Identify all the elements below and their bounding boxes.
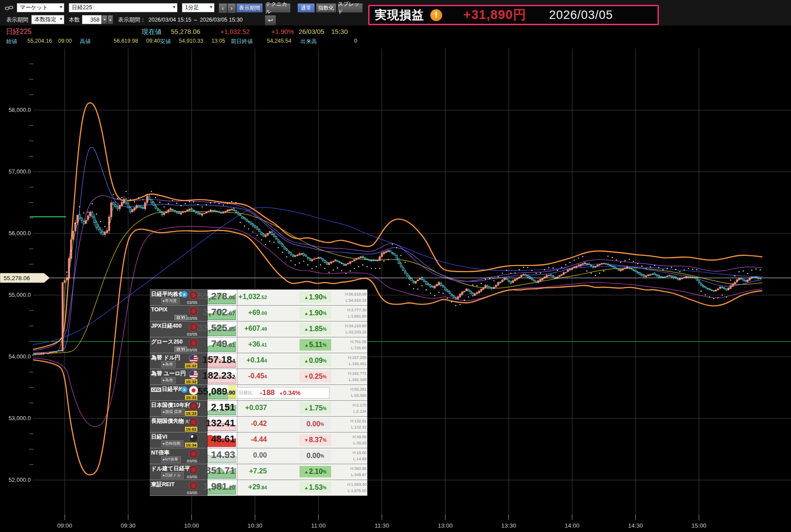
high-low-values: H:1,993.40L:1,975.00 xyxy=(333,481,366,494)
pnl-date: 2026/03/05 xyxy=(549,8,613,22)
count-stepper[interactable]: ▼▲ xyxy=(102,15,113,24)
y-axis-label: 58,000.0 xyxy=(8,107,31,113)
reset-period-button[interactable]: ↩ xyxy=(265,15,276,26)
high-low-values: H:55,281L:55,066 xyxy=(333,386,366,399)
quote-cell: 351.71+7.25▲2.10%H:360.98L:349.87 xyxy=(237,464,367,480)
quote-cell: 749.61+36.41▲5.11%H:761.05L:726.60 xyxy=(237,337,367,353)
warning-icon[interactable]: ! xyxy=(430,9,442,21)
quote-change-pct-badge: ▲1.85% xyxy=(299,323,331,335)
count-mode-select[interactable]: 本数指定▼ xyxy=(31,15,64,24)
quote-cell: 55,278.06+1,032.52▲1.90%H:56,619.98L:54,… xyxy=(237,290,367,305)
quote-change: -4.44 xyxy=(227,436,267,443)
open-value: 55,204.16 xyxy=(27,38,52,44)
step-up-icon: ▲ xyxy=(107,15,113,24)
quote-cell: 182.232-0.454▼0.25%H:182.772L:182.168 xyxy=(237,369,367,384)
candlestick-chart[interactable]: 52,000.053,000.054,000.055,000.056,000.0… xyxy=(0,0,791,532)
watch-row[interactable]: 為替 ドル円▸為替15:32157.184+0.144▲0.09%H:157.2… xyxy=(150,353,367,369)
period-label: 表示期間： xyxy=(118,16,146,24)
chevron-down-icon: ▼ xyxy=(172,5,176,9)
grid: 52,000.053,000.054,000.055,000.056,000.0… xyxy=(8,48,791,529)
count-input[interactable]: 358 xyxy=(82,15,102,24)
watch-row[interactable]: ドル建て日経平均▸日経ドル03/05351.71+7.25▲2.10%H:360… xyxy=(150,464,367,480)
watch-row[interactable]: 為替 ユーロ円▸為替15:32182.232-0.454▼0.25%H:182.… xyxy=(150,369,367,385)
watch-row[interactable]: 東証REIT03/051,981.20+29.84▲1.53%H:1,993.4… xyxy=(150,480,367,496)
x-axis-label: 13:30 xyxy=(501,522,516,529)
ma-green-line xyxy=(33,199,762,355)
quote-change-pct-badge: ▲2.10% xyxy=(299,466,331,477)
quote-price: 351.71 xyxy=(165,465,235,477)
period-value: 2026/03/04 15:15 ～ 2026/03/05 15:30 xyxy=(148,16,243,24)
quote-change-pct-badge: ▲0.09% xyxy=(299,355,331,366)
bollinger-upper xyxy=(33,103,762,350)
spread-button[interactable]: スプレッド xyxy=(337,3,363,13)
normal-button[interactable]: 通常 xyxy=(297,3,315,13)
diff-label: 日経比: xyxy=(239,390,254,396)
market-select[interactable]: マーケット▼ xyxy=(17,3,64,12)
quote-change: -0.42 xyxy=(227,420,267,428)
step-down-icon: ▼ xyxy=(102,15,107,24)
watch-row[interactable]: CFD日経平均X15:3255,089.90日経比:-188▼0.34%H:55… xyxy=(150,385,367,401)
x-axis-label: 10:00 xyxy=(184,522,199,529)
watch-row[interactable]: TOPIX⊡ Y!03/053,702.67+69.00▲1.90%H:3,77… xyxy=(150,306,367,321)
display-period-button[interactable]: 表示期間 xyxy=(236,3,263,13)
open-time: 09:00 xyxy=(58,38,72,44)
low-time: 13:05 xyxy=(211,38,225,44)
quote-change: +69.00 xyxy=(227,309,267,317)
timeframe-select[interactable]: 1分足▼ xyxy=(182,3,214,12)
y-axis-label: 54,000.0 xyxy=(8,353,31,360)
trading-app: { "toolbar": { "market_select": "マーケット",… xyxy=(0,0,791,532)
quote-cell: 48.61-4.44▼8.37%H:49.09L:30.20 xyxy=(237,432,367,448)
high-low-values: H:761.05L:726.60 xyxy=(333,339,366,351)
quote-change-pct-badge: ▲1.90% xyxy=(299,307,331,319)
high-value: 56,619.98 xyxy=(114,38,138,44)
watch-row[interactable]: JPX日経40003/0533,525.85+607.49▲1.85%H:34,… xyxy=(150,321,367,337)
watch-row[interactable]: 日経VI▸恐怖指数15:3448.61-4.44▼8.37%H:49.09L:3… xyxy=(150,432,367,448)
low-value: 54,910.33 xyxy=(179,38,203,44)
high-low-values: H:15.00L:14.89 xyxy=(333,450,366,462)
x-axis-label: 14:30 xyxy=(628,522,643,529)
quote-price: 157.184 xyxy=(165,354,235,366)
quote-date: 26/03/05 xyxy=(299,28,324,35)
quote-change-pct-badge: ▲1.90% xyxy=(299,292,331,303)
count-value: 358 xyxy=(90,17,100,23)
market-select-value: マーケット xyxy=(20,4,48,11)
count-mode-value: 本数指定 xyxy=(34,16,56,23)
bollinger-lower xyxy=(33,229,762,475)
y-axis-label: 53,000.0 xyxy=(8,415,31,421)
price-change: +1,032.52 xyxy=(220,28,250,35)
quote-time: 15:30 xyxy=(331,28,348,35)
link-icon[interactable] xyxy=(4,4,14,12)
quote-change: 0.00 xyxy=(227,451,267,459)
high-low-values: H:56,619.98L:54,910.33 xyxy=(333,291,366,303)
current-price: 55,278.06 xyxy=(171,28,200,35)
watch-row[interactable]: 日本国債10年利回り▸国債 債券15:332.151+0.037▲1.75%H:… xyxy=(150,401,367,417)
x-axis-label: 11:30 xyxy=(375,522,389,529)
symbol-select[interactable]: 日経225▼ xyxy=(69,3,177,12)
x-axis-label: 13:00 xyxy=(438,522,453,529)
high-low-values: H:132.91L:132.32 xyxy=(333,418,366,430)
quote-price: 48.61 xyxy=(165,433,235,445)
technical-button[interactable]: テクニカル xyxy=(265,3,291,13)
quote-change: -0.454 xyxy=(227,372,267,380)
watch-row[interactable]: 日経平均株価▸寄与度X03/0555,278.06+1,032.52▲1.90%… xyxy=(150,290,367,306)
watch-row[interactable]: グロース250⊡ Y!03/05749.61+36.41▲5.11%H:761.… xyxy=(150,337,367,353)
quote-price: 3,702.67 xyxy=(165,307,235,318)
price-change-pct: +1.90% xyxy=(271,28,294,35)
y-axis-label: 57,000.0 xyxy=(8,168,31,175)
quote-change: +7.25 xyxy=(227,467,267,475)
x-axis-label: 11:00 xyxy=(311,522,326,529)
realized-pnl-banner: 実現損益 ! +31,890円 2026/03/05 xyxy=(368,5,659,25)
watch-row[interactable]: 長期国債先物 大取15:02132.41-0.420.00%H:132.91L:… xyxy=(150,417,367,432)
symbol-select-value: 日経225 xyxy=(72,4,92,11)
watch-row[interactable]: NT倍率▸NT倍率03/0514.930.000.00%H:15.00L:14.… xyxy=(150,448,367,464)
indexed-button[interactable]: 指数化 xyxy=(316,3,336,13)
x-axis-label: 09:30 xyxy=(121,522,136,529)
high-low-values: H:34,210.80L:33,333.15 xyxy=(333,323,366,335)
quote-price: 55,089.90 xyxy=(165,386,235,397)
chevron-down-icon: ▼ xyxy=(209,5,213,9)
prev-button[interactable]: ‹ xyxy=(218,3,227,13)
market-watch-panel: 日経平均株価▸寄与度X03/0555,278.06+1,032.52▲1.90%… xyxy=(150,289,367,496)
timeframe-select-value: 1分足 xyxy=(185,4,199,11)
next-button[interactable]: › xyxy=(227,3,236,13)
high-low-values: H:2.170L:2.134 xyxy=(333,402,366,414)
